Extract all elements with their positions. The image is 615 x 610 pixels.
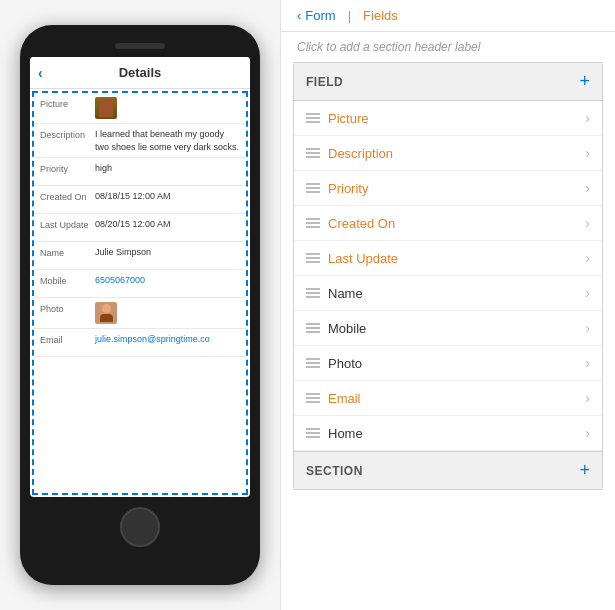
field-label-photo: Photo — [40, 302, 95, 324]
field-item-photo-left: Photo — [306, 356, 362, 371]
field-value-description: I learned that beneath my goody two shoe… — [95, 128, 240, 153]
field-row-picture: Picture — [34, 93, 246, 124]
right-header: ‹ Form | Fields — [281, 0, 615, 32]
field-name-last-update: Last Update — [328, 251, 398, 266]
screen-header: ‹ Details — [30, 57, 250, 89]
field-value-priority: high — [95, 162, 240, 181]
field-label-picture: Picture — [40, 97, 95, 119]
field-value-created-on: 08/18/15 12:00 AM — [95, 190, 240, 209]
field-item-mobile-left: Mobile — [306, 321, 366, 336]
field-row-photo: Photo — [34, 298, 246, 329]
add-field-button[interactable]: + — [579, 71, 590, 92]
right-panel: ‹ Form | Fields Click to add a section h… — [280, 0, 615, 610]
back-chevron-icon: ‹ — [297, 8, 301, 23]
fields-section: FIELD + Picture › Description › — [293, 62, 603, 490]
drag-handle-photo[interactable] — [306, 358, 320, 368]
field-label-mobile: Mobile — [40, 274, 95, 293]
field-name-priority: Priority — [328, 181, 368, 196]
field-value-email[interactable]: julie.simpson@springtime.co — [95, 333, 240, 352]
screen-body: Picture Description I learned that benea… — [32, 91, 248, 495]
chevron-right-last-update: › — [585, 250, 590, 266]
field-name-photo: Photo — [328, 356, 362, 371]
field-item-mobile[interactable]: Mobile › — [294, 311, 602, 346]
field-label-created-on: Created On — [40, 190, 95, 209]
section-footer: SECTION + — [294, 451, 602, 489]
chevron-right-photo: › — [585, 355, 590, 371]
chevron-right-priority: › — [585, 180, 590, 196]
drag-handle-priority[interactable] — [306, 183, 320, 193]
screen-back-arrow[interactable]: ‹ — [38, 65, 43, 81]
phone-home-button[interactable] — [120, 507, 160, 547]
field-item-priority[interactable]: Priority › — [294, 171, 602, 206]
field-name-email: Email — [328, 391, 361, 406]
phone-frame: ‹ Details Picture Description I l — [20, 25, 260, 585]
field-name-name: Name — [328, 286, 363, 301]
drag-handle-home[interactable] — [306, 428, 320, 438]
picture-image — [95, 97, 117, 119]
field-item-photo[interactable]: Photo › — [294, 346, 602, 381]
photo-image — [95, 302, 117, 324]
field-row-name: Name Julie Simpson — [34, 242, 246, 270]
breadcrumb-current[interactable]: Fields — [363, 8, 398, 23]
add-section-button[interactable]: + — [579, 460, 590, 481]
breadcrumb-separator: | — [348, 8, 351, 23]
field-name-mobile: Mobile — [328, 321, 366, 336]
section-hint[interactable]: Click to add a section header label — [281, 32, 615, 62]
section-footer-title: SECTION — [306, 464, 363, 478]
drag-handle-name[interactable] — [306, 288, 320, 298]
field-item-picture[interactable]: Picture › — [294, 101, 602, 136]
field-row-mobile: Mobile 6505067000 — [34, 270, 246, 298]
field-item-home[interactable]: Home › — [294, 416, 602, 451]
chevron-right-created-on: › — [585, 215, 590, 231]
field-item-email-left: Email — [306, 391, 361, 406]
field-row-priority: Priority high — [34, 158, 246, 186]
left-panel: ‹ Details Picture Description I l — [0, 0, 280, 610]
field-section-header: FIELD + — [294, 63, 602, 101]
field-name-picture: Picture — [328, 111, 368, 126]
drag-handle-picture[interactable] — [306, 113, 320, 123]
field-item-created-on[interactable]: Created On › — [294, 206, 602, 241]
field-value-mobile[interactable]: 6505067000 — [95, 274, 240, 293]
chevron-right-email: › — [585, 390, 590, 406]
field-label-name: Name — [40, 246, 95, 265]
field-item-name[interactable]: Name › — [294, 276, 602, 311]
field-item-last-update[interactable]: Last Update › — [294, 241, 602, 276]
field-row-last-update: Last Update 08/20/15 12:00 AM — [34, 214, 246, 242]
drag-handle-created-on[interactable] — [306, 218, 320, 228]
field-row-email: Email julie.simpson@springtime.co — [34, 329, 246, 357]
chevron-right-name: › — [585, 285, 590, 301]
phone-speaker — [115, 43, 165, 49]
breadcrumb-back-label[interactable]: Form — [305, 8, 335, 23]
phone-screen: ‹ Details Picture Description I l — [30, 57, 250, 497]
breadcrumb-back[interactable]: ‹ Form — [297, 8, 336, 23]
drag-handle-email[interactable] — [306, 393, 320, 403]
field-value-name: Julie Simpson — [95, 246, 240, 265]
field-item-last-update-left: Last Update — [306, 251, 398, 266]
chevron-right-home: › — [585, 425, 590, 441]
field-row-created-on: Created On 08/18/15 12:00 AM — [34, 186, 246, 214]
field-name-created-on: Created On — [328, 216, 395, 231]
screen-title: Details — [119, 65, 162, 80]
field-row-description: Description I learned that beneath my go… — [34, 124, 246, 158]
field-label-priority: Priority — [40, 162, 95, 181]
field-value-last-update: 08/20/15 12:00 AM — [95, 218, 240, 237]
field-name-home: Home — [328, 426, 363, 441]
field-item-name-left: Name — [306, 286, 363, 301]
drag-handle-last-update[interactable] — [306, 253, 320, 263]
field-item-home-left: Home — [306, 426, 363, 441]
field-label-description: Description — [40, 128, 95, 153]
drag-handle-description[interactable] — [306, 148, 320, 158]
chevron-right-picture: › — [585, 110, 590, 126]
field-label-email: Email — [40, 333, 95, 352]
field-item-description[interactable]: Description › — [294, 136, 602, 171]
chevron-right-description: › — [585, 145, 590, 161]
field-item-description-left: Description — [306, 146, 393, 161]
field-item-created-on-left: Created On — [306, 216, 395, 231]
field-label-last-update: Last Update — [40, 218, 95, 237]
field-item-picture-left: Picture — [306, 111, 368, 126]
field-section-title: FIELD — [306, 75, 343, 89]
field-item-priority-left: Priority — [306, 181, 368, 196]
chevron-right-mobile: › — [585, 320, 590, 336]
drag-handle-mobile[interactable] — [306, 323, 320, 333]
field-item-email[interactable]: Email › — [294, 381, 602, 416]
